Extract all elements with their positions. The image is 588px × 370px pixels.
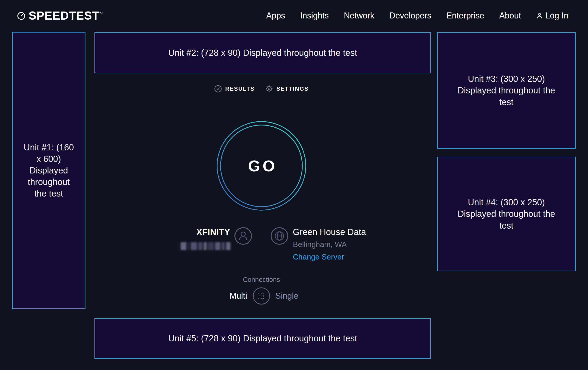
connections-label: Connections bbox=[243, 276, 280, 283]
ad-unit-3-label: Unit #3: (300 x 250) Displayed throughou… bbox=[456, 73, 557, 108]
top-nav: SPEEDTEST™ Apps Insights Network Develop… bbox=[0, 0, 588, 31]
ad-unit-3-rectangle: Unit #3: (300 x 250) Displayed throughou… bbox=[437, 32, 576, 149]
trademark-mark: ™ bbox=[99, 11, 103, 15]
isp-user-circle-icon bbox=[234, 227, 252, 245]
user-icon bbox=[536, 12, 543, 19]
tab-results[interactable]: RESULTS bbox=[214, 85, 255, 93]
change-server-link[interactable]: Change Server bbox=[293, 252, 344, 261]
isp-name: XFINITY bbox=[171, 227, 230, 237]
login-label: Log In bbox=[545, 11, 568, 20]
server-location: Bellingham, WA bbox=[293, 240, 366, 249]
logo-text: SPEEDTEST™ bbox=[29, 9, 103, 22]
check-circle-icon bbox=[214, 85, 222, 93]
results-settings-tabs: RESULTS SETTINGS bbox=[214, 83, 309, 94]
server-name: Green House Data bbox=[293, 227, 366, 237]
ad-unit-5-leaderboard: Unit #5: (728 x 90) Displayed throughout… bbox=[94, 318, 431, 359]
gear-icon bbox=[265, 85, 273, 93]
nav-item-apps[interactable]: Apps bbox=[266, 11, 285, 20]
redacted-ip bbox=[181, 242, 231, 250]
connections-toggle-icon[interactable] bbox=[252, 287, 271, 305]
nav-menu: Apps Insights Network Developers Enterpr… bbox=[266, 11, 568, 20]
tab-settings-label: SETTINGS bbox=[276, 86, 309, 92]
ad-unit-2-leaderboard: Unit #2: (728 x 90) Displayed throughout… bbox=[94, 32, 431, 73]
ad-unit-1-label: Unit #1: (160 x 600) Displayed throughou… bbox=[23, 142, 74, 200]
nav-item-developers[interactable]: Developers bbox=[389, 11, 431, 20]
ad-unit-4-label: Unit #4: (300 x 250) Displayed throughou… bbox=[456, 197, 557, 231]
connections-multi-option[interactable]: Multi bbox=[203, 291, 247, 301]
ad-unit-4-rectangle: Unit #4: (300 x 250) Displayed throughou… bbox=[437, 157, 576, 271]
go-button[interactable]: GO bbox=[216, 121, 306, 211]
ad-unit-1-skyscraper: Unit #1: (160 x 600) Displayed throughou… bbox=[12, 32, 85, 309]
speedtest-logo[interactable]: SPEEDTEST™ bbox=[17, 9, 103, 22]
nav-item-network[interactable]: Network bbox=[344, 11, 374, 20]
server-info: Green House Data Bellingham, WA Change S… bbox=[293, 227, 366, 261]
tab-results-label: RESULTS bbox=[225, 86, 255, 92]
connections-single-option[interactable]: Single bbox=[275, 291, 298, 301]
ad-unit-5-label: Unit #5: (728 x 90) Displayed throughout… bbox=[168, 333, 357, 344]
tab-settings[interactable]: SETTINGS bbox=[265, 85, 309, 93]
speedometer-gauge-icon bbox=[17, 11, 26, 20]
nav-item-insights[interactable]: Insights bbox=[300, 11, 329, 20]
login-button[interactable]: Log In bbox=[536, 11, 568, 20]
nav-item-enterprise[interactable]: Enterprise bbox=[446, 11, 484, 20]
speedtest-page: { "nav": { "logo_text": "SPEEDTEST", "lo… bbox=[0, 0, 588, 370]
nav-item-about[interactable]: About bbox=[499, 11, 521, 20]
go-button-label: GO bbox=[216, 121, 306, 211]
ad-unit-2-label: Unit #2: (728 x 90) Displayed throughout… bbox=[168, 47, 357, 59]
server-globe-circle-icon bbox=[271, 227, 288, 245]
